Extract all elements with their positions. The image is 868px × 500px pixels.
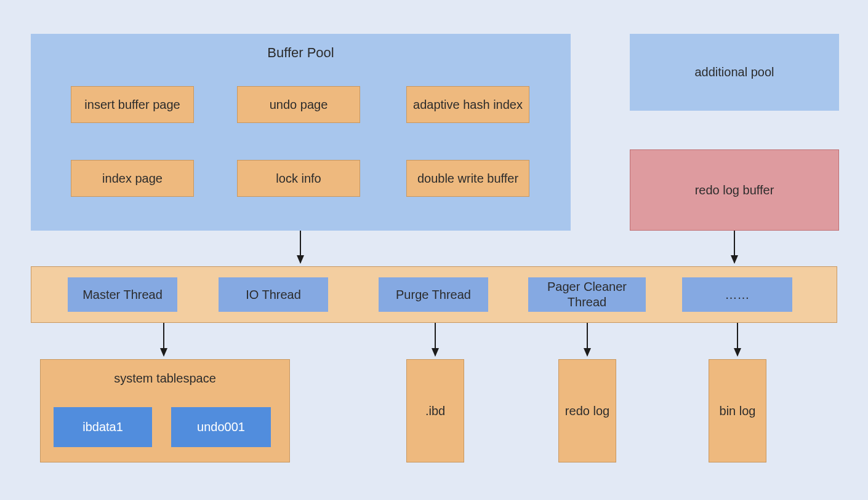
- buffer-pool-title: Buffer Pool: [31, 34, 571, 61]
- thread-box: Purge Thread: [379, 277, 488, 312]
- thread-box: Master Thread: [68, 277, 177, 312]
- storage-file: redo log: [558, 359, 616, 462]
- storage-file: .ibd: [406, 359, 464, 462]
- tablespace-file: ibdata1: [54, 407, 152, 447]
- buffer-pool-item: insert buffer page: [71, 86, 194, 123]
- thread-box: IO Thread: [219, 277, 328, 312]
- tablespace-file: undo001: [171, 407, 271, 447]
- redo-log-buffer-box: redo log buffer: [630, 149, 839, 231]
- additional-pool-label: additional pool: [695, 65, 774, 79]
- thread-box: ……: [682, 277, 792, 312]
- buffer-pool-item: lock info: [237, 160, 360, 197]
- buffer-pool-item: undo page: [237, 86, 360, 123]
- buffer-pool-item: adaptive hash index: [406, 86, 529, 123]
- redo-log-buffer-label: redo log buffer: [695, 183, 774, 197]
- buffer-pool-item: index page: [71, 160, 194, 197]
- thread-box: Pager Cleaner Thread: [528, 277, 646, 312]
- system-tablespace-title: system tablespace: [41, 360, 289, 386]
- additional-pool-box: additional pool: [630, 34, 839, 111]
- storage-file: bin log: [709, 359, 766, 462]
- buffer-pool-item: double write buffer: [406, 160, 529, 197]
- buffer-pool-panel: Buffer Pool: [31, 34, 571, 231]
